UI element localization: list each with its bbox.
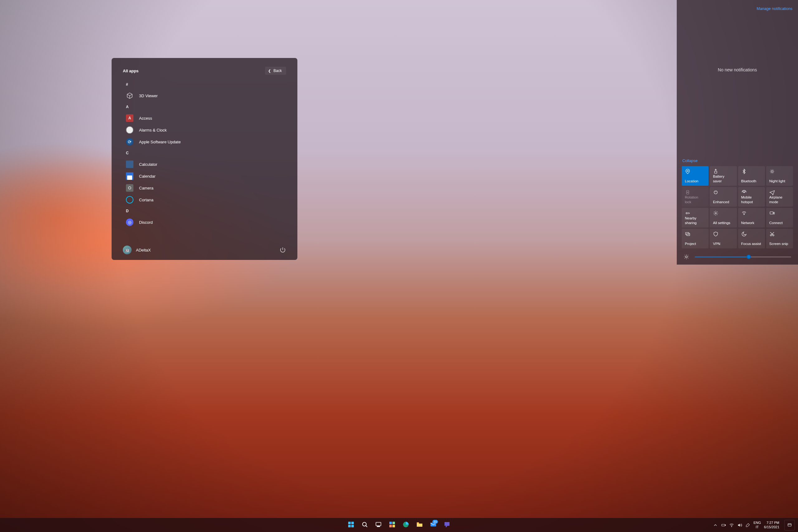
clock-icon <box>126 126 133 134</box>
letter-header[interactable]: A <box>123 101 286 112</box>
start-menu: All apps ❮ Back #3D ViewerAAAccessAlarms… <box>112 58 297 260</box>
app-label: Alarms & Clock <box>139 128 167 132</box>
app-label: Access <box>139 116 152 120</box>
app-discord[interactable]: ◎Discord <box>123 216 286 228</box>
cam-icon <box>126 184 133 192</box>
start-menu-title: All apps <box>123 69 139 73</box>
all-apps-list[interactable]: #3D ViewerAAAccessAlarms & Clock⟳Apple S… <box>123 79 286 241</box>
letter-header[interactable]: D <box>123 206 286 216</box>
app-camera[interactable]: Camera <box>123 182 286 194</box>
calc-icon <box>126 160 133 168</box>
chevron-left-icon: ❮ <box>268 69 271 73</box>
app-label: Cortana <box>139 197 153 202</box>
user-account-button[interactable]: 🤖 ADeltaX <box>123 246 151 254</box>
cal-icon <box>126 172 133 180</box>
letter-header[interactable]: # <box>123 79 286 90</box>
app-label: Camera <box>139 186 153 190</box>
app-calendar[interactable]: Calendar <box>123 170 286 182</box>
app-calculator[interactable]: Calculator <box>123 158 286 170</box>
back-button[interactable]: ❮ Back <box>265 67 286 75</box>
user-avatar: 🤖 <box>123 246 132 254</box>
app-cortana[interactable]: Cortana <box>123 194 286 206</box>
app-label: Calendar <box>139 174 155 178</box>
user-name: ADeltaX <box>136 248 151 252</box>
cube-icon <box>126 92 133 99</box>
app-label: Apple Software Update <box>139 140 181 144</box>
letter-header[interactable]: C <box>123 148 286 158</box>
back-label: Back <box>273 69 282 73</box>
apple-icon: ⟳ <box>126 138 133 146</box>
power-button[interactable] <box>279 247 286 253</box>
disc-icon: ◎ <box>126 218 133 226</box>
app-access[interactable]: AAccess <box>123 112 286 124</box>
app-label: 3D Viewer <box>139 94 158 98</box>
cort-icon <box>126 196 133 204</box>
access-icon: A <box>126 114 133 122</box>
app-label: Discord <box>139 220 153 225</box>
app-label: Calculator <box>139 162 157 167</box>
app-3dviewer[interactable]: 3D Viewer <box>123 90 286 101</box>
app-appleswu[interactable]: ⟳Apple Software Update <box>123 136 286 148</box>
app-alarms[interactable]: Alarms & Clock <box>123 124 286 136</box>
